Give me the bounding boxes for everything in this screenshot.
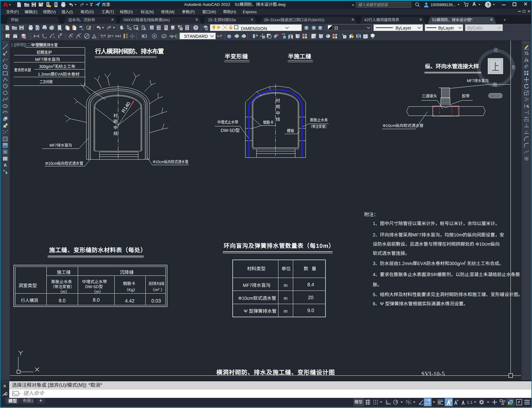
svg-text:8.0: 8.0 [93,298,100,303]
svg-text:0.03: 0.03 [151,299,161,304]
svg-text:300g/m2无纺土工布: 300g/m2无纺土工布 [39,64,75,69]
svg-text:2、环向排水管采用MF7排水盲沟，均按10m的纵向间距设置，: 2、环向排水管采用MF7排水盲沟，均按10m的纵向间距设置，安 [373,232,504,238]
svg-text:北: 北 [493,46,498,53]
svg-text:单位: 单位 [282,266,291,271]
svg-text:〈m〉: 〈m〉 [58,289,69,294]
svg-text:（带注浆管）: （带注浆管） [50,284,74,289]
svg-text:中: 中 [113,125,118,130]
svg-text:附注：: 附注： [364,212,379,217]
svg-text:〈Kg〉: 〈Kg〉 [124,287,137,292]
svg-text:Ψ 型弹簧排水管: Ψ 型弹簧排水管 [244,309,277,314]
svg-text:Φ10cm纵向软式透水管: Φ10cm纵向软式透水管 [153,160,188,164]
svg-text:东: 东 [511,63,516,71]
svg-text:胶带: 胶带 [462,94,470,98]
svg-text:胀。: 胀。 [373,282,382,287]
svg-text:?: ? [195,26,197,30]
svg-text:5、结构大样及材料性能要求见主洞衬砌防排水和施工缝、变形缝设: 5、结构大样及材料性能要求见主洞衬砌防排水和施工缝、变形缝设计图。 [373,292,521,297]
svg-text:衬: 衬 [113,113,118,118]
svg-text:复合防水层: 复合防水层 [14,68,31,72]
svg-text:DW-5D型: DW-5D型 [85,284,103,289]
svg-text:初期支护: 初期支护 [37,50,52,55]
svg-text:中埋式止水带: 中埋式止水带 [82,279,107,284]
svg-text:6、Ψ 型弹簧排水管根据实际滴漏水情况设置。: 6、Ψ 型弹簧排水管根据实际滴漏水情况设置。 [373,301,468,307]
svg-text:膨胀止水条: 膨胀止水条 [51,279,72,284]
svg-text:模板: 模板 [287,129,294,133]
svg-text:设防水层前敷设，且透水管与预埋在衬砌拱脚处的 Φ10cm纵向: 设防水层前敷设，且透水管与预埋在衬砌拱脚处的 Φ10cm纵向 [373,242,500,247]
svg-text:洞室类型: 洞室类型 [18,283,37,288]
svg-text:半变形缝: 半变形缝 [225,53,248,60]
svg-text:（带注浆管）: （带注浆管） [309,124,329,129]
svg-text:软式透水管连接。: 软式透水管连接。 [373,251,410,256]
svg-text:浸沥青木丝板: 浸沥青木丝板 [148,281,164,286]
svg-text:中埋式止水带: 中埋式止水带 [217,120,238,125]
svg-text:施工缝: 施工缝 [57,270,71,275]
svg-text:m: m [284,296,288,301]
svg-text:环向盲沟及弹簧排水管数量表（每10m）: 环向盲沟及弹簧排水管数量表（每10m） [224,243,335,249]
svg-text:Φ10cm纵向软式透水管: Φ10cm纵向软式透水管 [383,123,424,128]
svg-text:沉降缝: 沉降缝 [120,270,134,275]
svg-text:砌: 砌 [113,119,118,124]
svg-text:膨胀止水条: 膨胀止水条 [310,118,328,122]
svg-text:Φ10cm纵向软式透水管: Φ10cm纵向软式透水管 [45,161,83,166]
svg-text:〈m〉: 〈m〉 [92,289,103,294]
svg-text:3、防水层由1.2mm厚EVA防水卷材和300g/㎡ 无纺土: 3、防水层由1.2mm厚EVA防水卷材和300g/㎡ 无纺土工布合成。 [373,261,504,266]
svg-text:4.42: 4.42 [125,299,134,304]
svg-text:MF7排水盲沟: MF7排水盲沟 [35,57,60,62]
svg-text:1、图中尺寸除管径以毫米计外，桩号以米计，余均以厘米计。: 1、图中尺寸除管径以毫米计外，桩号以米计，余均以厘米计。 [373,221,500,226]
svg-text:Φ10cm软式透水管: Φ10cm软式透水管 [238,296,276,301]
svg-text:三通接头: 三通接头 [422,94,437,98]
svg-text:半施工缝: 半施工缝 [288,53,311,60]
svg-text:量: 量 [312,266,316,271]
svg-text:〈m3 〉: 〈m3 〉 [151,287,164,292]
svg-text:衬: 衬 [276,98,280,103]
svg-text:MF7排水盲沟: MF7排水盲沟 [243,283,270,288]
svg-text:DW-5D型: DW-5D型 [221,128,240,133]
svg-text:中: 中 [276,111,280,116]
svg-text:1.2mm厚EVA防水卷材: 1.2mm厚EVA防水卷材 [38,72,80,77]
svg-text:横洞衬砌防、排水及施工缝、变形缝设计图: 横洞衬砌防、排水及施工缝、变形缝设计图 [216,369,335,376]
svg-text:20: 20 [308,295,313,300]
svg-text:A: A [4,163,7,168]
svg-text:4、要求在膨胀条止水表面涂SR缓膨剂，以防止混凝土未凝结前止: 4、要求在膨胀条止水表面涂SR缓膨剂，以防止混凝土未凝结前止水条膨 [373,272,520,277]
svg-text:m: m [284,309,288,314]
svg-text:X: X [61,34,62,36]
svg-text:线: 线 [113,131,118,136]
svg-text:WCS: WCS [490,94,499,98]
svg-text:行人横洞: 行人横洞 [21,298,38,303]
svg-text:材料类型: 材料类型 [247,266,266,271]
svg-text:钢筋卡: 钢筋卡 [263,120,274,125]
svg-text:Y: Y [59,37,60,39]
svg-text:m: m [284,283,288,288]
svg-text:数: 数 [304,266,308,271]
svg-text:Ψ 型弹簧排水管: Ψ 型弹簧排水管 [32,43,58,47]
svg-text:8.0: 8.0 [59,298,65,303]
svg-text:9.0: 9.0 [307,308,314,313]
svg-text:二次衬砌: 二次衬砌 [40,80,53,84]
svg-text:.1: .1 [145,35,147,38]
svg-text:SVI-10-5: SVI-10-5 [421,371,445,377]
svg-text:8.4: 8.4 [307,282,314,287]
svg-text:线: 线 [276,117,280,122]
svg-text:施工缝、变形缝防水材料表（每处）: 施工缝、变形缝防水材料表（每处） [49,247,147,254]
svg-text:MF7排水盲沟: MF7排水盲沟 [467,78,489,83]
svg-text:MF7排水盲沟: MF7排水盲沟 [49,143,72,148]
svg-text:纵、环向水管连接大样: 纵、环向水管连接大样 [425,63,479,69]
svg-text:行人横洞衬砌防、排水布置: 行人横洞衬砌防、排水布置 [95,48,164,55]
svg-text:钢筋卡: 钢筋卡 [123,281,136,286]
svg-text:砌: 砌 [276,104,280,109]
